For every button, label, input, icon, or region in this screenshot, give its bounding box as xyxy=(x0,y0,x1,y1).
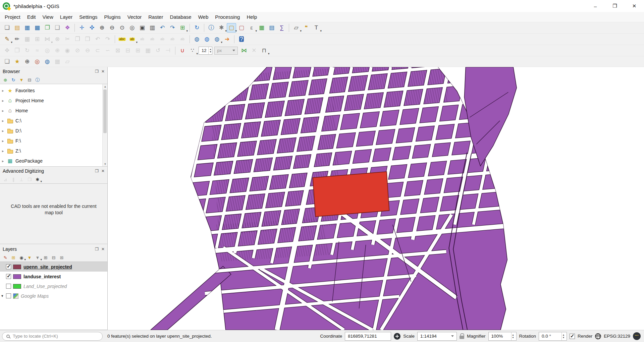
layer-row[interactable]: upenn_site_projected xyxy=(0,262,107,272)
map-canvas[interactable] xyxy=(107,67,644,330)
trim-extend-icon[interactable]: ⊣ xyxy=(163,46,173,55)
spin-down-icon[interactable] xyxy=(513,336,514,339)
open-project-icon[interactable]: ▤ xyxy=(12,23,22,33)
close-button[interactable]: ✕ xyxy=(625,0,644,12)
new-3d-map-view-icon[interactable]: ▦ xyxy=(53,57,62,66)
spin-down-icon[interactable] xyxy=(563,336,564,339)
rotation-spin[interactable]: 0.0 ° xyxy=(539,332,567,341)
dropdown-arrow-icon[interactable]: ▾ xyxy=(40,180,42,183)
crs-globe-icon[interactable] xyxy=(595,333,601,339)
paste-features-icon[interactable]: ❒ xyxy=(83,35,92,44)
statistics-icon[interactable]: ∑ xyxy=(277,23,286,33)
browser-scrollbar[interactable] xyxy=(102,84,107,166)
crs-value[interactable]: EPSG:32129 xyxy=(604,334,630,339)
layer-color-swatch[interactable] xyxy=(13,265,21,269)
menu-item[interactable]: Database xyxy=(166,12,195,22)
cad-perpendicular-icon[interactable]: ⊥ xyxy=(18,176,25,183)
expand-arrow-icon[interactable]: ▸ xyxy=(2,109,7,113)
save-layer-edits-icon[interactable]: ▦ xyxy=(22,35,32,44)
cad-settings-icon[interactable]: ✱ ▾ xyxy=(34,176,41,183)
add-part-icon[interactable]: ⊕ xyxy=(53,46,62,55)
layer-row[interactable]: ▾ Google Maps xyxy=(0,291,107,301)
add-feature-icon[interactable]: ⊞ xyxy=(33,35,42,44)
pan-to-selection-icon[interactable]: ✜ xyxy=(87,23,97,33)
menu-item[interactable]: Layer xyxy=(57,12,76,22)
open-layer-styling-icon[interactable]: ✎ xyxy=(2,254,9,261)
save-project-icon[interactable]: ▦ xyxy=(22,23,32,33)
menu-item[interactable]: Settings xyxy=(76,12,101,22)
style-manager-icon[interactable]: ❖ xyxy=(63,23,72,33)
layer-color-swatch[interactable] xyxy=(13,274,21,279)
metasearch-icon[interactable]: ◍ xyxy=(192,35,202,44)
close-panel-icon[interactable]: ✕ xyxy=(101,69,105,74)
render-checkbox[interactable] xyxy=(570,334,575,339)
map-tips-icon[interactable]: ❝ xyxy=(302,23,311,33)
expand-arrow-icon[interactable]: ▸ xyxy=(2,139,7,143)
add-ring-icon[interactable]: ◎ xyxy=(43,46,52,55)
zoom-native-icon[interactable]: ⊙ xyxy=(117,23,127,33)
menu-item[interactable]: Web xyxy=(195,12,212,22)
scroll-down-icon[interactable] xyxy=(103,162,107,166)
layer-labeling-icon[interactable]: abc xyxy=(117,35,127,44)
current-edits-icon[interactable]: ✎ ▾ xyxy=(2,35,12,44)
snap-intersection-icon[interactable]: ⋈ xyxy=(239,46,249,55)
expand-arrow-icon[interactable]: ▾ xyxy=(1,294,3,298)
scale-combo[interactable]: 1:14194 xyxy=(417,332,457,341)
delete-selected-icon[interactable]: ⊗ xyxy=(53,35,62,44)
scroll-up-icon[interactable] xyxy=(103,84,107,89)
browser-tree-item[interactable]: ▸ GeoPackage xyxy=(0,156,107,166)
merge-features-icon[interactable]: ⊞ xyxy=(133,46,143,55)
coordinate-input[interactable]: 816859,71281 xyxy=(345,332,391,341)
dropdown-arrow-icon[interactable]: ▾ xyxy=(196,52,198,55)
zoom-full-icon[interactable]: ◎ xyxy=(127,23,137,33)
layer-row[interactable]: Land_Use_projected xyxy=(0,281,107,291)
elevation-profile-icon[interactable]: ▱ xyxy=(63,57,72,66)
expand-arrow-icon[interactable]: ▸ xyxy=(2,89,7,93)
offset-curve-icon[interactable]: ⊂ xyxy=(93,46,102,55)
layer-visibility-checkbox[interactable] xyxy=(6,284,11,289)
pan-map-icon[interactable]: ✛ xyxy=(77,23,87,33)
messages-icon[interactable] xyxy=(633,332,641,340)
osm-place-search-icon[interactable]: ➔ xyxy=(222,35,232,44)
move-feature-icon[interactable]: ✥ xyxy=(2,46,12,55)
layer-visibility-checkbox[interactable] xyxy=(6,264,11,269)
snapping-options-icon[interactable]: ∵ ▾ xyxy=(188,46,197,55)
new-project-icon[interactable]: ❏ xyxy=(2,23,12,33)
minimize-button[interactable]: – xyxy=(586,0,605,12)
select-features-icon[interactable]: ▢ ▾ xyxy=(227,23,236,33)
delete-ring-icon[interactable]: ⊘ xyxy=(73,46,82,55)
menu-item[interactable]: Raster xyxy=(145,12,166,22)
browser-filter-icon[interactable]: ▼ xyxy=(18,76,25,83)
pin-labels-icon[interactable]: ab xyxy=(138,35,147,44)
dropdown-arrow-icon[interactable]: ▾ xyxy=(268,52,270,55)
deselect-features-icon[interactable]: ▢ xyxy=(237,23,246,33)
layer-visibility-checkbox[interactable] xyxy=(6,274,11,279)
expand-arrow-icon[interactable]: ▸ xyxy=(2,99,7,103)
layer-visibility-checkbox[interactable] xyxy=(6,293,11,298)
new-spatial-bookmark-icon[interactable]: ❏ xyxy=(2,57,12,66)
measure-icon[interactable]: ▱ ▾ xyxy=(291,23,301,33)
globe-dropdown-icon[interactable]: ◍ ▾ xyxy=(212,35,222,44)
enable-snapping-icon[interactable]: ∪ xyxy=(178,46,187,55)
expand-arrow-icon[interactable]: ▸ xyxy=(2,159,7,163)
menu-item[interactable]: Plugins xyxy=(101,12,124,22)
close-panel-icon[interactable]: ✕ xyxy=(101,169,105,173)
text-annotation-icon[interactable]: T ▾ xyxy=(312,23,321,33)
browser-tree-item[interactable]: ▸ Z:\ xyxy=(0,146,107,156)
dropdown-arrow-icon[interactable]: ▾ xyxy=(186,29,188,33)
vertex-tool-icon[interactable]: ⋈ ▾ xyxy=(43,35,52,44)
zoom-to-layer-icon[interactable]: ▥ xyxy=(148,23,157,33)
zoom-next-icon[interactable]: ↷ xyxy=(168,23,177,33)
change-label-icon[interactable]: ab xyxy=(178,35,187,44)
browser-tree-item[interactable]: ▸ Project Home xyxy=(0,96,107,106)
copy-features-icon[interactable]: ❐ xyxy=(73,35,82,44)
snapping-tolerance-spin[interactable]: 12 xyxy=(199,47,212,55)
browser-tree-item[interactable]: ▸ D:\ xyxy=(0,126,107,136)
browser-collapse-all-icon[interactable]: ⊟ xyxy=(26,76,33,83)
extents-toggle-icon[interactable] xyxy=(394,333,400,340)
menu-item[interactable]: Help xyxy=(243,12,260,22)
help-icon[interactable]: ? xyxy=(237,35,246,44)
browser-tree-item[interactable]: ▸ Favorites xyxy=(0,86,107,96)
float-panel-icon[interactable]: ❐ xyxy=(95,247,99,251)
expand-arrow-icon[interactable]: ▸ xyxy=(2,119,7,123)
